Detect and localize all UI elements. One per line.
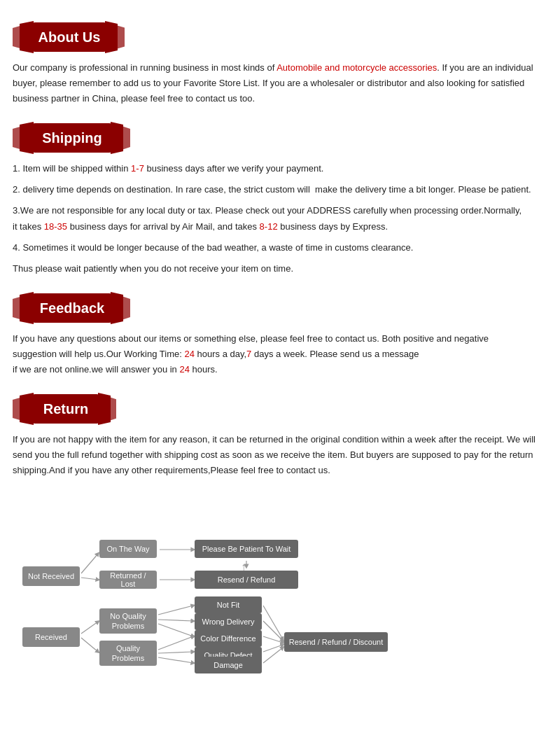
feedback-section: Feedback If you have any questions about… <box>13 289 547 377</box>
svg-line-30 <box>81 638 98 652</box>
fc-quality-problems: Quality Problems <box>99 641 157 666</box>
svg-line-29 <box>81 622 98 634</box>
page-wrapper: About Us Our company is professional in … <box>0 0 560 681</box>
svg-marker-9 <box>111 122 123 154</box>
shipping-line1: 1. Item will be shipped within 1-7 busin… <box>13 161 547 176</box>
about-text-pre: Our company is professional in running b… <box>13 62 276 73</box>
svg-text:Return: Return <box>43 401 88 417</box>
fc-wrong-delivery: Wrong Delivery <box>195 613 262 630</box>
fc-on-the-way: On The Way <box>99 540 157 558</box>
svg-marker-13 <box>13 296 22 320</box>
shipping-line3: 3.We are not responsible for any local d… <box>13 203 547 234</box>
about-highlight: Automobile and motorcycle accessories <box>276 62 437 73</box>
svg-line-34 <box>158 636 193 650</box>
svg-text:Feedback: Feedback <box>40 300 105 316</box>
svg-line-25 <box>81 578 98 580</box>
feedback-header: Feedback <box>13 289 547 324</box>
about-banner-svg: About Us <box>13 18 125 53</box>
fc-damage: Damage <box>195 657 262 673</box>
svg-line-33 <box>158 624 193 636</box>
fc-returned-lost: Returned / Lost <box>99 571 157 589</box>
svg-marker-10 <box>122 126 130 150</box>
svg-text:Shipping: Shipping <box>42 130 102 146</box>
shipping-header: Shipping <box>13 119 547 154</box>
svg-line-40 <box>263 645 283 652</box>
svg-marker-15 <box>111 292 123 324</box>
feedback-text: If you have any questions about our item… <box>13 331 547 377</box>
svg-line-32 <box>158 620 193 621</box>
fc-no-quality-problems: No Quality Problems <box>99 608 157 634</box>
svg-line-31 <box>158 606 193 615</box>
svg-marker-22 <box>109 397 116 421</box>
svg-marker-4 <box>116 25 125 49</box>
svg-marker-1 <box>13 25 22 49</box>
feedback-banner-svg: Feedback <box>13 289 130 324</box>
fc-not-received: Not Received <box>22 566 80 586</box>
return-banner-svg: Return <box>13 390 116 425</box>
svg-marker-19 <box>13 397 22 421</box>
return-section: Return If you are not happy with the ite… <box>13 390 547 478</box>
shipping-line5: Thus please wait patiently when you do n… <box>13 261 547 277</box>
shipping-line2: 2. delivery time depends on destination.… <box>13 182 547 197</box>
about-header: About Us <box>13 18 547 53</box>
svg-text:About Us: About Us <box>38 29 101 45</box>
shipping-section: Shipping 1. Item will be shipped within … <box>13 119 547 277</box>
svg-marker-3 <box>105 21 118 53</box>
about-section: About Us Our company is professional in … <box>13 18 547 106</box>
fc-not-fit: Not Fit <box>195 596 262 613</box>
svg-marker-7 <box>13 126 22 150</box>
shipping-banner-svg: Shipping <box>13 119 130 154</box>
fc-received: Received <box>22 627 80 647</box>
fc-resend-refund-discount: Resend / Refund / Discount <box>284 632 388 652</box>
svg-line-36 <box>158 657 193 663</box>
svg-marker-16 <box>122 296 130 320</box>
shipping-line4: 4. Sometimes it would be longer because … <box>13 240 547 256</box>
fc-please-be-patient: Please Be Patient To Wait <box>195 540 298 558</box>
about-text: Our company is professional in running b… <box>13 60 547 106</box>
svg-line-37 <box>263 606 283 639</box>
flowchart-area: Not Received On The Way Returned / Lost … <box>13 499 545 674</box>
fc-color-difference: Color Difference <box>195 630 262 647</box>
svg-line-41 <box>263 648 283 663</box>
svg-marker-21 <box>98 393 111 425</box>
svg-line-35 <box>158 652 193 653</box>
return-header: Return <box>13 390 547 425</box>
svg-line-24 <box>81 554 98 573</box>
fc-resend-refund-top: Resend / Refund <box>195 571 298 589</box>
return-text: If you are not happy with the item for a… <box>13 432 547 478</box>
